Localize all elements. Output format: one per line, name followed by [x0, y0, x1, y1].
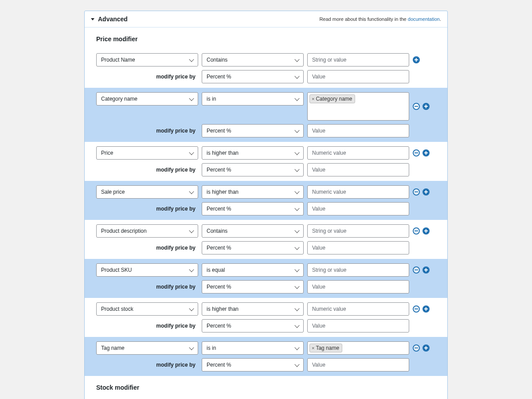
condition-row: Priceis higher thanNumeric value: [85, 145, 447, 161]
modify-label: modify price by: [156, 241, 198, 254]
modify-row: modify price byPercent %Value: [85, 317, 447, 334]
value-input[interactable]: Numeric value: [307, 146, 409, 160]
modify-value-input[interactable]: Value: [307, 202, 409, 215]
add-rule-icon[interactable]: [422, 344, 430, 352]
caret-down-icon: [91, 18, 94, 20]
panel-header[interactable]: Advanced Read more about this functional…: [85, 11, 447, 27]
add-rule-icon[interactable]: [422, 305, 430, 313]
modify-value-input[interactable]: Value: [307, 163, 409, 176]
rule-block: Product SKUis equalString or valuemodify…: [85, 259, 447, 298]
remove-rule-icon[interactable]: [413, 266, 420, 274]
close-icon[interactable]: ×: [312, 96, 314, 102]
operator-select[interactable]: Contains: [202, 224, 304, 238]
modify-label: modify price by: [156, 70, 198, 83]
modify-type-select[interactable]: Percent %: [202, 280, 304, 293]
modify-type-select[interactable]: Percent %: [202, 163, 304, 176]
section-title-price: Price modifier: [85, 27, 447, 49]
condition-row: Product SKUis equalString or value: [85, 262, 447, 278]
add-rule-icon[interactable]: [422, 227, 430, 235]
modify-value-input[interactable]: Value: [307, 358, 409, 372]
panel-title: Advanced: [98, 16, 128, 23]
add-rule-icon[interactable]: [413, 56, 420, 63]
tag-label: Category name: [316, 96, 352, 102]
rule-block: Product NameContainsString or valuemodif…: [85, 49, 447, 88]
modify-type-select[interactable]: Percent %: [202, 241, 304, 254]
rule-actions: [413, 53, 420, 66]
add-rule-icon[interactable]: [422, 188, 430, 196]
modify-value-input[interactable]: Value: [307, 124, 409, 137]
operator-select[interactable]: is higher than: [202, 146, 304, 160]
remove-rule-icon[interactable]: [413, 227, 420, 235]
advanced-panel: Advanced Read more about this functional…: [84, 11, 448, 399]
field-select[interactable]: Product description: [96, 224, 198, 238]
rule-actions: [413, 185, 430, 199]
value-input[interactable]: String or value: [307, 263, 409, 277]
modify-type-select[interactable]: Percent %: [202, 70, 304, 83]
condition-row: Product stockis higher thanNumeric value: [85, 301, 447, 317]
condition-row: Product descriptionContainsString or val…: [85, 223, 447, 239]
remove-rule-icon[interactable]: [413, 149, 420, 156]
field-select[interactable]: Product Name: [96, 53, 198, 66]
rule-actions: [413, 341, 430, 355]
condition-row: Sale priceis higher thanNumeric value: [85, 184, 447, 200]
modify-row: modify price byPercent %Value: [85, 161, 447, 178]
remove-rule-icon[interactable]: [413, 305, 420, 313]
value-input[interactable]: String or value: [307, 224, 409, 238]
modify-type-select[interactable]: Percent %: [202, 124, 304, 137]
stock-rules: Product NameContainsString or valuemodif…: [85, 397, 447, 399]
add-rule-icon[interactable]: [422, 103, 430, 110]
rule-actions: [413, 92, 430, 121]
modify-value-input[interactable]: Value: [307, 319, 409, 332]
rule-actions: [413, 263, 430, 277]
documentation-link[interactable]: documentation: [408, 16, 440, 22]
field-select[interactable]: Sale price: [96, 185, 198, 199]
field-select[interactable]: Price: [96, 146, 198, 160]
value-input[interactable]: String or value: [307, 53, 409, 66]
modify-type-select[interactable]: Percent %: [202, 202, 304, 215]
panel-body: Price modifier Product NameContainsStrin…: [85, 27, 447, 399]
panel-header-left: Advanced: [91, 16, 128, 23]
operator-select[interactable]: is in: [202, 92, 304, 106]
hint-prefix: Read more about this functionality in th…: [319, 16, 407, 22]
rule-block: Sale priceis higher thanNumeric valuemod…: [85, 181, 447, 220]
add-rule-icon[interactable]: [422, 149, 430, 156]
tag-chip[interactable]: ×Category name: [309, 94, 355, 103]
rule-block: Product stockis higher thanNumeric value…: [85, 298, 447, 337]
condition-row: Product NameContainsString or value: [85, 51, 447, 68]
operator-select[interactable]: Contains: [202, 53, 304, 66]
close-icon[interactable]: ×: [312, 345, 314, 351]
tag-chip[interactable]: ×Tag name: [309, 344, 342, 352]
add-rule-icon[interactable]: [422, 266, 430, 274]
rule-block: Tag nameis in×Tag namemodify price byPer…: [85, 337, 447, 376]
section-title-stock: Stock modifier: [85, 376, 447, 397]
modify-type-select[interactable]: Percent %: [202, 358, 304, 372]
field-select[interactable]: Category name: [96, 92, 198, 106]
tag-input[interactable]: ×Tag name: [307, 341, 409, 355]
tag-input[interactable]: ×Category name: [307, 92, 409, 121]
field-select[interactable]: Product stock: [96, 302, 198, 316]
remove-rule-icon[interactable]: [413, 344, 420, 352]
modify-row: modify price byPercent %Value: [85, 356, 447, 373]
modify-value-input[interactable]: Value: [307, 70, 409, 83]
modify-row: modify price byPercent %Value: [85, 278, 447, 295]
operator-select[interactable]: is higher than: [202, 185, 304, 199]
modify-row: modify price byPercent %Value: [85, 68, 447, 85]
operator-select[interactable]: is equal: [202, 263, 304, 277]
operator-select[interactable]: is in: [202, 341, 304, 355]
modify-value-input[interactable]: Value: [307, 241, 409, 254]
field-select[interactable]: Product SKU: [96, 263, 198, 277]
value-input[interactable]: Numeric value: [307, 185, 409, 199]
modify-value-input[interactable]: Value: [307, 280, 409, 293]
field-select[interactable]: Tag name: [96, 341, 198, 355]
tag-label: Tag name: [316, 345, 339, 351]
remove-rule-icon[interactable]: [413, 103, 420, 110]
value-input[interactable]: Numeric value: [307, 302, 409, 316]
modify-row: modify price byPercent %Value: [85, 122, 447, 139]
price-rules: Product NameContainsString or valuemodif…: [85, 49, 447, 376]
rule-block: Priceis higher thanNumeric valuemodify p…: [85, 142, 447, 181]
rule-actions: [413, 302, 430, 316]
remove-rule-icon[interactable]: [413, 188, 420, 196]
modify-type-select[interactable]: Percent %: [202, 319, 304, 332]
panel-header-hint: Read more about this functionality in th…: [319, 16, 441, 22]
operator-select[interactable]: is higher than: [202, 302, 304, 316]
